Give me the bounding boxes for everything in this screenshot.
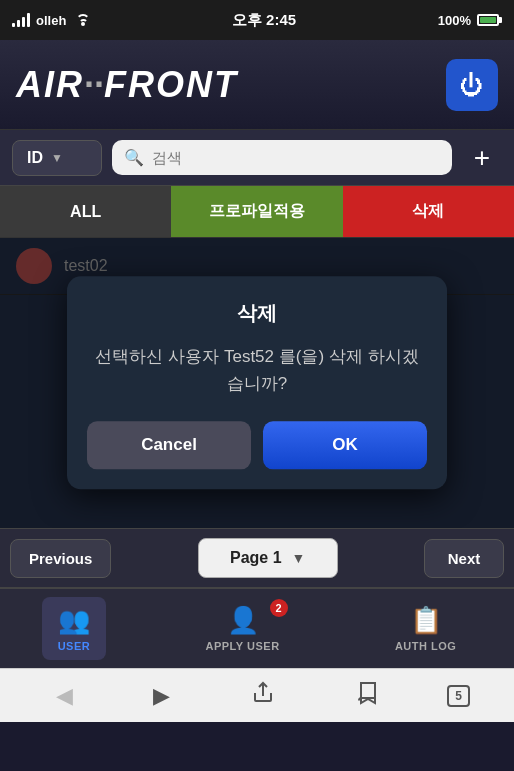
apply-user-icon: 👤	[227, 605, 259, 636]
dialog-title: 삭제	[87, 300, 427, 327]
share-button[interactable]	[239, 675, 287, 717]
power-button[interactable]: ⏻	[446, 59, 498, 111]
dialog-buttons: Cancel OK	[87, 422, 427, 470]
battery-icon	[477, 14, 502, 26]
search-bar: ID ▼ 🔍 +	[0, 130, 514, 186]
ios-bar: ◀ ▶ 5	[0, 668, 514, 722]
tab-all[interactable]: ALL	[0, 186, 171, 237]
delete-dialog: 삭제 선택하신 사용자 Test52 를(을) 삭제 하시겠습니까? Cance…	[67, 276, 447, 489]
bookmark-button[interactable]	[343, 675, 391, 717]
dropdown-label: ID	[27, 149, 43, 167]
chevron-down-icon: ▼	[51, 151, 63, 165]
time-label: 오후 2:45	[232, 11, 296, 30]
tab-bar: ALL 프로파일적용 삭제	[0, 186, 514, 238]
search-input-wrap: 🔍	[112, 140, 452, 175]
tab-delete[interactable]: 삭제	[343, 186, 514, 237]
id-dropdown[interactable]: ID ▼	[12, 140, 102, 176]
tab-apply-user-label: APPLY USER	[206, 640, 280, 652]
user-group-icon: 👥	[58, 605, 90, 636]
main-content: test02 삭제 선택하신 사용자 Test52 를(을) 삭제 하시겠습니까…	[0, 238, 514, 528]
plus-icon: +	[474, 142, 490, 174]
tabs-button[interactable]: 5	[447, 685, 470, 707]
header: AIR··FRONT ⏻	[0, 40, 514, 130]
search-icon: 🔍	[124, 148, 144, 167]
battery-percent: 100%	[438, 13, 471, 28]
previous-button[interactable]: Previous	[10, 539, 111, 578]
tab-apply-user[interactable]: 2 👤 APPLY USER	[190, 597, 296, 660]
tab-profile[interactable]: 프로파일적용	[171, 186, 342, 237]
status-right: 100%	[438, 13, 502, 28]
bottom-tab-bar: 👥 USER 2 👤 APPLY USER 📋 AUTH LOG	[0, 588, 514, 668]
status-bar: olleh 오후 2:45 100%	[0, 0, 514, 40]
logo: AIR··FRONT	[16, 64, 238, 106]
pagination: Previous Page 1 ▼ Next	[0, 528, 514, 588]
auth-log-icon: 📋	[410, 605, 442, 636]
next-button[interactable]: Next	[424, 539, 504, 578]
page-selector[interactable]: Page 1 ▼	[198, 538, 338, 578]
chevron-down-icon: ▼	[292, 550, 306, 566]
carrier-label: olleh	[36, 13, 66, 28]
cancel-button[interactable]: Cancel	[87, 422, 251, 470]
add-button[interactable]: +	[462, 138, 502, 178]
ok-button[interactable]: OK	[263, 422, 427, 470]
power-icon: ⏻	[460, 71, 484, 99]
signal-icon	[12, 13, 30, 27]
tab-user-label: USER	[58, 640, 91, 652]
search-input[interactable]	[152, 149, 440, 166]
tab-auth-log[interactable]: 📋 AUTH LOG	[379, 597, 472, 660]
forward-button[interactable]: ▶	[141, 677, 182, 715]
tab-user[interactable]: 👥 USER	[42, 597, 107, 660]
status-left: olleh	[12, 13, 90, 28]
badge: 2	[270, 599, 288, 617]
tab-auth-log-label: AUTH LOG	[395, 640, 456, 652]
back-button[interactable]: ◀	[44, 677, 85, 715]
page-label: Page 1	[230, 549, 282, 567]
wifi-icon	[76, 14, 90, 26]
dialog-message: 선택하신 사용자 Test52 를(을) 삭제 하시겠습니까?	[87, 343, 427, 397]
